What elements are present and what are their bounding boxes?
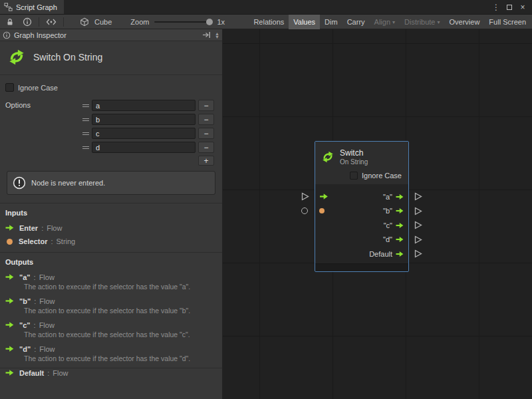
- switch-icon: [7, 47, 27, 67]
- fullscreen-label: Full Screen: [489, 18, 526, 26]
- remove-option-button[interactable]: −: [198, 142, 214, 153]
- node-ignore-case-label: Ignore Case: [362, 172, 402, 180]
- outputs-section: Outputs "a" : Flow The action to execute…: [0, 252, 222, 384]
- align-button[interactable]: Align▾: [370, 15, 400, 29]
- port-name: Selector: [19, 237, 47, 245]
- flow-arrow-icon: [5, 273, 15, 281]
- port-description: The action to execute if the selector ha…: [24, 283, 217, 291]
- unit-title: Switch On String: [33, 52, 102, 63]
- node-row-b: "b": [315, 204, 408, 219]
- options-label: Options: [4, 100, 82, 109]
- flow-arrow-icon: [5, 297, 15, 305]
- output-port-icon[interactable]: [396, 250, 404, 258]
- close-icon[interactable]: ×: [517, 2, 528, 13]
- node-row-default: Default: [315, 247, 408, 261]
- add-option-button[interactable]: +: [198, 156, 214, 166]
- distribute-button[interactable]: Distribute▾: [400, 15, 444, 29]
- port-type: Flow: [39, 297, 55, 305]
- port-type: Flow: [39, 345, 55, 353]
- drag-handle-icon[interactable]: [82, 132, 89, 135]
- relations-button[interactable]: Relations: [249, 15, 289, 29]
- outputs-header: Outputs: [5, 258, 217, 266]
- node-subtitle: On String: [340, 158, 368, 166]
- overview-label: Overview: [450, 18, 480, 26]
- node-row-label: "d": [383, 235, 396, 243]
- input-enter-row: Enter : Flow: [5, 223, 217, 232]
- cube-icon: [76, 15, 93, 29]
- output-connection-stub[interactable]: [414, 249, 422, 258]
- option-item: −: [82, 128, 214, 139]
- selector-connection-stub[interactable]: [301, 207, 308, 214]
- values-label: Values: [293, 18, 315, 26]
- window-controls: ⋮ ×: [491, 0, 532, 14]
- port-description: The action to execute if the selector ha…: [24, 354, 217, 362]
- port-description: The action to execute if the selector ha…: [24, 331, 217, 338]
- tab-title: Script Graph: [16, 3, 57, 11]
- properties: Ignore Case Options − − −: [0, 75, 222, 203]
- drag-handle-icon[interactable]: [82, 118, 89, 121]
- port-colon: :: [47, 369, 49, 377]
- values-button[interactable]: Values: [289, 15, 320, 29]
- port-colon: :: [34, 321, 36, 329]
- graph-canvas[interactable]: Switch On String Ignore Case "a" "b": [223, 29, 532, 399]
- ignore-case-checkbox[interactable]: [5, 83, 14, 92]
- overview-button[interactable]: Overview: [445, 15, 485, 29]
- fullscreen-button[interactable]: Full Screen: [484, 15, 531, 29]
- kebab-menu-icon[interactable]: ⋮: [491, 2, 501, 13]
- switch-icon: [321, 150, 335, 164]
- code-icon[interactable]: [42, 15, 61, 29]
- port-colon: :: [34, 345, 36, 353]
- port-type: Flow: [47, 224, 62, 232]
- option-field[interactable]: [92, 100, 196, 111]
- object-name-label: Cube: [94, 18, 112, 26]
- toolbar-separator: [39, 17, 39, 27]
- drag-handle-icon[interactable]: [82, 146, 89, 149]
- output-row-default: Default : Flow: [5, 368, 217, 377]
- tab-script-graph[interactable]: Script Graph: [0, 0, 64, 14]
- graph-inspector-panel: Graph Inspector ▲▼ Switch On String: [0, 29, 223, 399]
- zoom-slider[interactable]: [154, 21, 210, 23]
- option-field[interactable]: [92, 142, 196, 153]
- enter-port-icon[interactable]: [319, 192, 330, 201]
- info-icon[interactable]: [19, 15, 36, 29]
- output-connection-stub[interactable]: [414, 221, 422, 229]
- remove-option-button[interactable]: −: [198, 114, 214, 125]
- dock-right-icon[interactable]: [202, 31, 211, 39]
- node-header[interactable]: Switch On String: [315, 142, 408, 170]
- output-port-icon[interactable]: [396, 207, 404, 215]
- output-port-icon[interactable]: [396, 193, 404, 201]
- output-connection-stub[interactable]: [414, 192, 422, 201]
- output-port-icon[interactable]: [396, 221, 404, 229]
- scrubber-icon[interactable]: ▲▼: [215, 32, 219, 39]
- remove-option-button[interactable]: −: [198, 100, 214, 111]
- selector-port-icon[interactable]: [319, 208, 330, 213]
- node-row-label: "c": [384, 221, 396, 229]
- port-colon: :: [51, 237, 53, 245]
- port-type: String: [56, 237, 75, 245]
- option-field[interactable]: [92, 114, 196, 125]
- distribute-label: Distribute: [404, 18, 435, 26]
- node-row-label: "b": [383, 207, 396, 215]
- dim-button[interactable]: Dim: [320, 15, 342, 29]
- carry-button[interactable]: Carry: [342, 15, 370, 29]
- enter-connection-stub[interactable]: [301, 192, 309, 201]
- remove-option-button[interactable]: −: [198, 128, 214, 139]
- option-field[interactable]: [92, 128, 196, 139]
- output-connection-stub[interactable]: [414, 235, 422, 244]
- zoom-slider-handle[interactable]: [206, 19, 213, 25]
- switch-node[interactable]: Switch On String Ignore Case "a" "b": [315, 141, 409, 272]
- node-ignore-case-checkbox[interactable]: [350, 172, 358, 180]
- port-description: The action to execute if the selector ha…: [24, 307, 217, 315]
- output-port-icon[interactable]: [396, 235, 404, 243]
- drag-handle-icon[interactable]: [82, 104, 89, 107]
- warning-text: Node is never entered.: [31, 179, 105, 187]
- lock-icon[interactable]: [1, 15, 19, 29]
- relations-label: Relations: [253, 18, 284, 26]
- value-port-icon: [7, 239, 13, 245]
- port-colon: :: [34, 273, 36, 281]
- graph-toolbar: Cube Zoom 1x Relations Values Dim Carry …: [0, 15, 532, 29]
- output-connection-stub[interactable]: [414, 207, 422, 215]
- flow-arrow-icon: [5, 344, 15, 353]
- maximize-icon[interactable]: [504, 2, 515, 13]
- ignore-case-label: Ignore Case: [18, 84, 58, 92]
